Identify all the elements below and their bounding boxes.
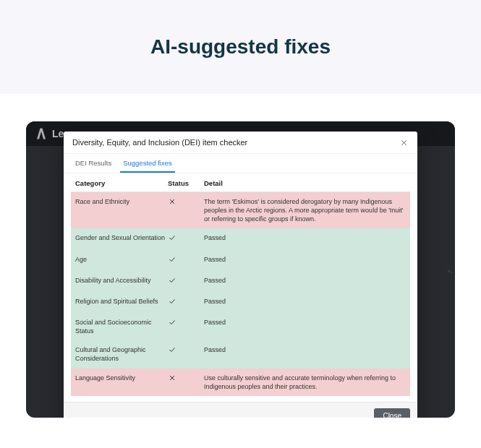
check-icon — [168, 345, 204, 356]
row-detail: Passed — [204, 276, 406, 285]
modal-footer: Close — [64, 402, 417, 418]
row-category: Language Sensitivity — [75, 374, 168, 382]
modal-tabs: DEI Results Suggested fixes — [64, 154, 417, 173]
col-status: Status — [168, 179, 204, 187]
table-row: AgePassed — [71, 250, 410, 271]
row-detail: Passed — [204, 233, 406, 242]
table-row: Gender and Sexual OrientationPassed — [71, 228, 410, 249]
check-icon — [168, 233, 204, 244]
modal-title: Diversity, Equity, and Inclusion (DEI) i… — [72, 138, 247, 147]
hero-banner: AI-suggested fixes — [0, 0, 481, 94]
table-row: Social and Socioeconomic StatusPassed — [71, 313, 410, 340]
check-icon — [168, 318, 204, 329]
col-category: Category — [75, 179, 168, 187]
tab-dei-results[interactable]: DEI Results — [72, 154, 114, 173]
row-category: Social and Socioeconomic Status — [75, 318, 168, 335]
row-category: Disability and Accessibility — [75, 276, 168, 285]
modal-header: Diversity, Equity, and Inclusion (DEI) i… — [64, 132, 417, 154]
dei-checker-modal: Diversity, Equity, and Inclusion (DEI) i… — [64, 132, 417, 418]
row-category: Cultural and Geographic Considerations — [75, 345, 168, 363]
col-detail: Detail — [204, 179, 406, 187]
x-icon — [168, 374, 204, 384]
app-window: Le Correct + 1 Point(s) [Choice A] Diver… — [26, 121, 455, 418]
row-category: Age — [75, 255, 168, 264]
row-category: Race and Ethnicity — [75, 197, 168, 206]
table-row: Race and EthnicityThe term 'Eskimos' is … — [71, 192, 410, 228]
row-category: Religion and Spiritual Beliefs — [75, 297, 168, 306]
table-header: Category Status Detail — [71, 173, 410, 192]
check-icon — [168, 276, 204, 287]
table-row: Cultural and Geographic ConsiderationsPa… — [71, 340, 410, 368]
table-row: Disability and AccessibilityPassed — [71, 271, 410, 292]
close-icon[interactable] — [399, 137, 409, 147]
table-row: Language SensitivityUse culturally sensi… — [71, 369, 410, 396]
tab-suggested-fixes[interactable]: Suggested fixes — [120, 154, 175, 173]
row-detail: Passed — [204, 318, 406, 327]
screenshot-canvas: Le Correct + 1 Point(s) [Choice A] Diver… — [0, 94, 481, 418]
row-detail: The term 'Eskimos' is considered derogat… — [204, 197, 406, 223]
results-table: Category Status Detail Race and Ethnicit… — [64, 173, 417, 402]
check-icon — [168, 297, 204, 308]
check-icon — [168, 255, 204, 266]
row-detail: Passed — [204, 255, 406, 264]
row-category: Gender and Sexual Orientation — [75, 233, 168, 242]
table-row: Religion and Spiritual BeliefsPassed — [71, 292, 410, 313]
x-icon — [168, 197, 204, 208]
hero-title: AI-suggested fixes — [150, 35, 331, 59]
row-detail: Use culturally sensitive and accurate te… — [204, 374, 406, 391]
row-detail: Passed — [204, 345, 406, 354]
close-button[interactable]: Close — [374, 408, 410, 418]
row-detail: Passed — [204, 297, 406, 306]
